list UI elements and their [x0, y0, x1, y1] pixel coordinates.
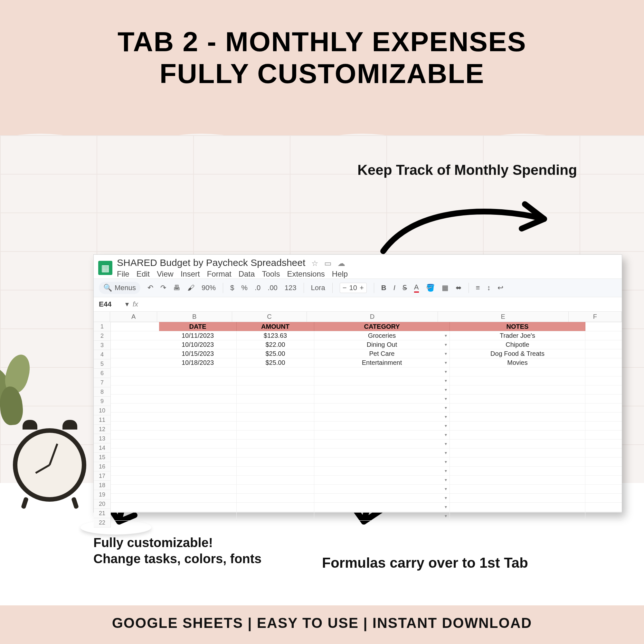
row-header[interactable]: 16 [94, 462, 110, 471]
table-row[interactable] [159, 412, 585, 421]
column-header-D[interactable]: D [307, 312, 438, 322]
table-row[interactable] [159, 439, 585, 448]
cell-amount[interactable]: $123.63 [237, 331, 314, 340]
row-header[interactable]: 15 [94, 453, 110, 462]
move-folder-icon[interactable]: ▭ [324, 259, 332, 268]
wrap-icon[interactable]: ↩ [497, 284, 503, 292]
cell-empty[interactable] [159, 475, 237, 484]
cell-empty[interactable] [159, 466, 237, 475]
cell-notes[interactable]: Dog Food & Treats [450, 349, 585, 358]
print-icon[interactable]: 🖶 [173, 284, 180, 292]
decrease-decimal-icon[interactable]: .0 [255, 284, 260, 292]
table-row[interactable] [159, 430, 585, 439]
row-header[interactable]: 2 [94, 331, 110, 341]
cell-empty[interactable] [237, 475, 314, 484]
table-header-date[interactable]: DATE [159, 322, 237, 331]
cell-empty[interactable] [159, 484, 237, 493]
menu-tools[interactable]: Tools [262, 270, 280, 278]
row-header[interactable]: 20 [94, 499, 110, 509]
row-header[interactable]: 11 [94, 415, 110, 425]
cell-category[interactable]: Entertainment [314, 358, 450, 367]
cell-empty[interactable] [314, 448, 450, 457]
font-size-stepper[interactable]: − 10 + [340, 283, 367, 293]
row-header[interactable]: 19 [94, 490, 110, 499]
cell-empty[interactable] [237, 457, 314, 466]
paint-format-icon[interactable]: 🖌 [187, 284, 194, 292]
cell-empty[interactable] [314, 385, 450, 394]
cell-empty[interactable] [237, 484, 314, 493]
row-header[interactable]: 1 [94, 322, 110, 331]
cell-category[interactable]: Groceries [314, 331, 450, 340]
row-header[interactable]: 7 [94, 378, 110, 387]
menu-help[interactable]: Help [332, 270, 348, 278]
merge-icon[interactable]: ⬌ [456, 284, 461, 292]
cell-empty[interactable] [237, 466, 314, 475]
cell-empty[interactable] [237, 394, 314, 403]
menu-view[interactable]: View [157, 270, 174, 278]
cell-empty[interactable] [159, 448, 237, 457]
cell-empty[interactable] [237, 493, 314, 502]
cell-empty[interactable] [159, 403, 237, 412]
cell-notes[interactable]: Chipotle [450, 340, 585, 349]
cell-empty[interactable] [314, 403, 450, 412]
row-header[interactable]: 6 [94, 369, 110, 378]
cell-empty[interactable] [237, 412, 314, 421]
cell-empty[interactable] [314, 376, 450, 385]
cell-empty[interactable] [159, 376, 237, 385]
menu-data[interactable]: Data [239, 270, 255, 278]
cell-empty[interactable] [237, 385, 314, 394]
cell-amount[interactable]: $25.00 [237, 358, 314, 367]
row-header[interactable]: 18 [94, 481, 110, 490]
table-row[interactable] [159, 466, 585, 475]
increase-decimal-icon[interactable]: .00 [268, 284, 278, 292]
table-row[interactable] [159, 403, 585, 412]
column-header-A[interactable]: A [110, 312, 157, 322]
cell-date[interactable]: 10/10/2023 [159, 340, 237, 349]
bold-icon[interactable]: B [381, 284, 386, 292]
cell-empty[interactable] [237, 511, 314, 520]
cell-empty[interactable] [450, 484, 585, 493]
menu-file[interactable]: File [117, 270, 129, 278]
cell-empty[interactable] [450, 367, 585, 376]
table-row[interactable] [159, 493, 585, 502]
table-row[interactable]: 10/10/2023$22.00Dining OutChipotle [159, 340, 585, 349]
cell-empty[interactable] [159, 430, 237, 439]
row-header[interactable]: 14 [94, 443, 110, 453]
menu-extensions[interactable]: Extensions [287, 270, 325, 278]
cell-empty[interactable] [314, 394, 450, 403]
column-header-C[interactable]: C [232, 312, 307, 322]
cell-empty[interactable] [159, 502, 237, 511]
cell-empty[interactable] [159, 439, 237, 448]
cell-empty[interactable] [450, 448, 585, 457]
cell-empty[interactable] [450, 511, 585, 520]
column-header-E[interactable]: E [438, 312, 569, 322]
cell-empty[interactable] [450, 421, 585, 430]
active-cell-ref[interactable]: E44 [99, 300, 121, 308]
cell-empty[interactable] [237, 502, 314, 511]
table-row[interactable] [159, 484, 585, 493]
cell-amount[interactable]: $25.00 [237, 349, 314, 358]
row-header[interactable]: 12 [94, 425, 110, 434]
cell-notes[interactable]: Movies [450, 358, 585, 367]
undo-icon[interactable]: ↶ [147, 284, 153, 292]
cell-empty[interactable] [237, 376, 314, 385]
table-header-notes[interactable]: NOTES [450, 322, 585, 331]
cell-empty[interactable] [450, 394, 585, 403]
cell-date[interactable]: 10/15/2023 [159, 349, 237, 358]
cell-date[interactable]: 10/18/2023 [159, 358, 237, 367]
cell-empty[interactable] [314, 430, 450, 439]
cell-empty[interactable] [450, 376, 585, 385]
cell-empty[interactable] [314, 466, 450, 475]
row-header[interactable]: 3 [94, 341, 110, 350]
cell-empty[interactable] [237, 439, 314, 448]
column-header-F[interactable]: F [569, 312, 622, 322]
cell-empty[interactable] [314, 439, 450, 448]
table-row[interactable] [159, 367, 585, 376]
table-row[interactable] [159, 457, 585, 466]
table-row[interactable] [159, 421, 585, 430]
cell-empty[interactable] [314, 412, 450, 421]
cell-empty[interactable] [159, 511, 237, 520]
cell-empty[interactable] [237, 367, 314, 376]
cell-empty[interactable] [159, 412, 237, 421]
table-row[interactable] [159, 385, 585, 394]
